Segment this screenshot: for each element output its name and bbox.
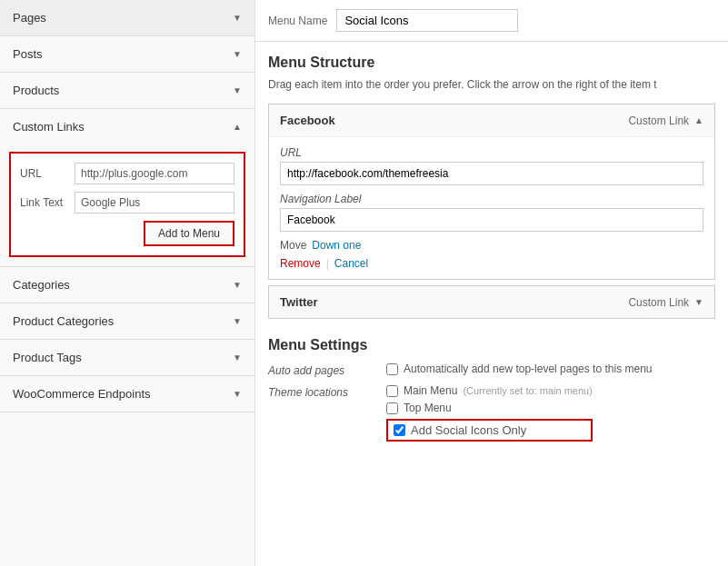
facebook-nav-label-input[interactable]	[280, 208, 703, 232]
theme-locations-row: Theme locations Main Menu (Currently set…	[268, 384, 715, 442]
url-row: URL	[20, 163, 234, 184]
chevron-up-icon: ▲	[694, 115, 703, 125]
menu-structure-title: Menu Structure	[268, 55, 715, 71]
social-icons-only-checkbox[interactable]	[394, 424, 405, 436]
menu-name-bar: Menu Name	[255, 0, 728, 42]
sidebar-section-posts-header[interactable]: Posts ▼	[0, 36, 254, 72]
sidebar-section-custom-links-label: Custom Links	[13, 120, 85, 134]
sidebar-section-custom-links-header[interactable]: Custom Links ▲	[0, 109, 254, 144]
chevron-down-icon: ▼	[694, 297, 703, 307]
sidebar-section-woocommerce-endpoints-header[interactable]: WooCommerce Endpoints ▼	[0, 376, 254, 412]
link-text-row: Link Text	[20, 192, 234, 213]
custom-links-body: URL Link Text Add to Menu	[9, 152, 245, 257]
main-menu-row: Main Menu (Currently set to: main menu)	[386, 384, 593, 397]
sidebar-section-pages: Pages ▼	[0, 0, 254, 36]
chevron-up-icon: ▲	[233, 122, 242, 132]
main-menu-label: Main Menu	[404, 384, 457, 397]
auto-add-values: Automatically add new top-level pages to…	[386, 362, 653, 375]
sidebar-section-product-tags-label: Product Tags	[13, 351, 82, 364]
top-menu-label: Top Menu	[404, 402, 452, 414]
sidebar-section-product-categories-label: Product Categories	[13, 314, 114, 328]
facebook-cancel-link[interactable]: Cancel	[334, 257, 368, 270]
url-label: URL	[20, 167, 75, 180]
sidebar-section-products-header[interactable]: Products ▼	[0, 73, 254, 108]
auto-add-checkbox-label: Automatically add new top-level pages to…	[404, 362, 653, 375]
theme-locations-label: Theme locations	[268, 384, 386, 399]
facebook-url-input[interactable]	[280, 162, 703, 185]
link-text-label: Link Text	[20, 196, 75, 209]
sidebar-section-product-tags: Product Tags ▼	[0, 340, 254, 376]
sidebar-section-posts: Posts ▼	[0, 36, 254, 73]
sidebar-section-products-label: Products	[13, 84, 59, 97]
sidebar-section-posts-label: Posts	[13, 47, 43, 61]
twitter-item-title: Twitter	[280, 295, 318, 309]
menu-item-twitter-header[interactable]: Twitter Custom Link ▼	[269, 286, 714, 318]
sidebar-section-product-categories-header[interactable]: Product Categories ▼	[0, 303, 254, 339]
facebook-item-body: URL Navigation Label Move Down one Remov…	[269, 136, 714, 279]
main-menu-note: (Currently set to: main menu)	[463, 385, 592, 396]
auto-add-label: Auto add pages	[268, 362, 386, 377]
chevron-down-icon: ▼	[233, 85, 242, 95]
social-icons-only-label: Add Social Icons Only	[411, 423, 526, 437]
top-menu-checkbox[interactable]	[386, 402, 398, 414]
add-to-menu-row: Add to Menu	[20, 221, 234, 246]
sidebar-section-categories-label: Categories	[13, 278, 70, 292]
sidebar-section-product-tags-header[interactable]: Product Tags ▼	[0, 340, 254, 375]
separator: |	[326, 257, 329, 270]
menu-settings-section: Menu Settings Auto add pages Automatical…	[255, 324, 728, 462]
sidebar-section-pages-header[interactable]: Pages ▼	[0, 0, 254, 35]
facebook-item-title: Facebook	[280, 114, 335, 127]
twitter-item-type: Custom Link ▼	[628, 296, 703, 309]
sidebar-section-custom-links: Custom Links ▲ URL Link Text Add to Menu	[0, 109, 254, 267]
facebook-url-label: URL	[280, 146, 703, 159]
facebook-nav-label-label: Navigation Label	[280, 193, 703, 205]
theme-locations-values: Main Menu (Currently set to: main menu) …	[386, 384, 593, 442]
auto-add-row: Auto add pages Automatically add new top…	[268, 362, 715, 377]
link-text-input[interactable]	[75, 192, 234, 213]
menu-name-label: Menu Name	[268, 15, 327, 27]
sidebar-section-woocommerce-endpoints: WooCommerce Endpoints ▼	[0, 376, 254, 412]
menu-structure-section: Menu Structure Drag each item into the o…	[255, 42, 728, 319]
menu-item-twitter: Twitter Custom Link ▼	[268, 285, 715, 319]
menu-settings-title: Menu Settings	[268, 337, 715, 353]
sidebar-section-categories-header[interactable]: Categories ▼	[0, 267, 254, 303]
url-input[interactable]	[75, 163, 234, 184]
sidebar-section-products: Products ▼	[0, 73, 254, 109]
chevron-down-icon: ▼	[233, 316, 242, 326]
social-icons-only-row: Add Social Icons Only	[386, 419, 593, 442]
auto-add-checkbox[interactable]	[386, 363, 398, 375]
auto-add-checkbox-row: Automatically add new top-level pages to…	[386, 362, 653, 375]
move-down-link[interactable]: Down one	[312, 239, 361, 252]
facebook-url-field: URL	[280, 146, 703, 185]
menu-structure-description: Drag each item into the order you prefer…	[268, 76, 715, 93]
facebook-item-type: Custom Link ▲	[628, 114, 703, 127]
facebook-remove-actions: Remove | Cancel	[280, 257, 703, 270]
chevron-down-icon: ▼	[233, 353, 242, 362]
chevron-down-icon: ▼	[233, 389, 242, 399]
chevron-down-icon: ▼	[233, 13, 242, 23]
facebook-actions: Move Down one	[280, 239, 703, 252]
main-menu-checkbox[interactable]	[386, 385, 398, 397]
sidebar-section-product-categories: Product Categories ▼	[0, 303, 254, 340]
facebook-nav-label-field: Navigation Label	[280, 193, 703, 232]
menu-item-facebook-header[interactable]: Facebook Custom Link ▲	[269, 104, 714, 136]
chevron-down-icon: ▼	[233, 280, 242, 290]
top-menu-row: Top Menu	[386, 402, 593, 414]
menu-name-input[interactable]	[336, 9, 518, 32]
sidebar-section-woocommerce-endpoints-label: WooCommerce Endpoints	[13, 387, 151, 401]
sidebar-section-pages-label: Pages	[13, 11, 46, 25]
add-to-menu-button[interactable]: Add to Menu	[144, 221, 234, 246]
move-label: Move	[280, 239, 306, 252]
sidebar: Pages ▼ Posts ▼ Products ▼ Custom Links …	[0, 0, 255, 566]
main-content: Menu Name Menu Structure Drag each item …	[255, 0, 728, 566]
chevron-down-icon: ▼	[233, 49, 242, 59]
menu-item-facebook: Facebook Custom Link ▲ URL Navigation La…	[268, 104, 715, 280]
facebook-remove-link[interactable]: Remove	[280, 257, 321, 270]
sidebar-section-categories: Categories ▼	[0, 267, 254, 303]
